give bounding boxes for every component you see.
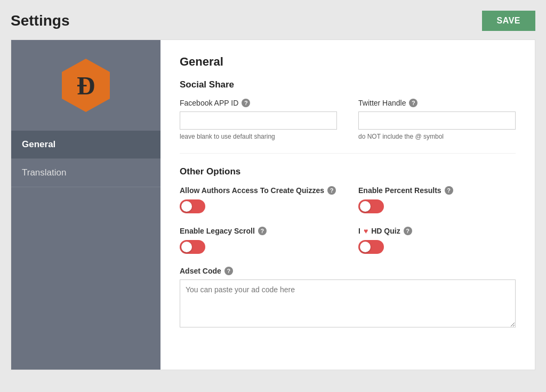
allow-authors-help-icon[interactable]: ? <box>327 186 336 195</box>
other-options-section: Other Options Allow Authors Access To Cr… <box>180 166 516 254</box>
social-share-title: Social Share <box>180 79 516 90</box>
sidebar-logo: Ð <box>11 40 160 131</box>
sidebar-nav: General Translation <box>11 131 160 187</box>
sidebar: Ð General Translation <box>11 40 160 370</box>
adset-help-icon[interactable]: ? <box>224 267 233 275</box>
legacy-scroll-help-icon[interactable]: ? <box>258 227 267 235</box>
option-hd-quiz: I ♥ HD Quiz ? <box>358 226 516 254</box>
social-share-fields: Facebook APP ID ? leave blank to use def… <box>180 99 516 140</box>
options-grid: Allow Authors Access To Create Quizzes ?… <box>180 186 516 254</box>
hd-quiz-help-icon[interactable]: ? <box>404 227 412 235</box>
adset-label: Adset Code ? <box>180 267 516 275</box>
heart-icon: ♥ <box>364 226 368 236</box>
enable-percent-toggle[interactable] <box>358 199 384 213</box>
sidebar-item-translation[interactable]: Translation <box>11 159 160 187</box>
facebook-help-icon[interactable]: ? <box>242 99 250 107</box>
social-share-section: Social Share Facebook APP ID ? leave bla… <box>180 79 516 140</box>
facebook-label: Facebook APP ID ? <box>180 99 337 107</box>
save-button[interactable]: SAVE <box>482 11 535 31</box>
twitter-group: Twitter Handle ? do NOT include the @ sy… <box>358 99 516 140</box>
page-header: Settings SAVE <box>11 11 535 31</box>
facebook-app-id-input[interactable] <box>180 111 337 130</box>
option-allow-authors: Allow Authors Access To Create Quizzes ? <box>180 186 337 213</box>
section-divider <box>180 153 516 154</box>
other-options-title: Other Options <box>180 166 516 177</box>
option-legacy-scroll: Enable Legacy Scroll ? <box>180 226 337 254</box>
adset-textarea[interactable] <box>180 279 516 327</box>
enable-percent-label: Enable Percent Results ? <box>358 186 516 195</box>
main-layout: Ð General Translation General Social Sha… <box>11 39 535 370</box>
allow-authors-toggle[interactable] <box>180 199 205 213</box>
adset-section: Adset Code ? <box>180 267 516 330</box>
sidebar-item-general[interactable]: General <box>11 131 160 159</box>
legacy-scroll-toggle[interactable] <box>180 240 205 254</box>
content-area: General Social Share Facebook APP ID ? l… <box>160 40 535 370</box>
hd-quiz-toggle[interactable] <box>358 240 384 254</box>
allow-authors-label: Allow Authors Access To Create Quizzes ? <box>180 186 337 195</box>
hd-quiz-label: I ♥ HD Quiz ? <box>358 226 516 236</box>
twitter-handle-input[interactable] <box>358 111 516 130</box>
twitter-hint: do NOT include the @ symbol <box>358 133 516 140</box>
facebook-hint: leave blank to use default sharing <box>180 133 337 140</box>
enable-percent-help-icon[interactable]: ? <box>445 186 453 195</box>
page-title: Settings <box>11 12 69 29</box>
option-enable-percent: Enable Percent Results ? <box>358 186 516 213</box>
legacy-scroll-label: Enable Legacy Scroll ? <box>180 226 337 236</box>
svg-text:Ð: Ð <box>77 71 95 100</box>
twitter-label: Twitter Handle ? <box>358 99 516 107</box>
brand-logo: Ð <box>57 56 115 115</box>
section-title: General <box>180 55 516 69</box>
twitter-help-icon[interactable]: ? <box>409 99 417 107</box>
facebook-group: Facebook APP ID ? leave blank to use def… <box>180 99 337 140</box>
